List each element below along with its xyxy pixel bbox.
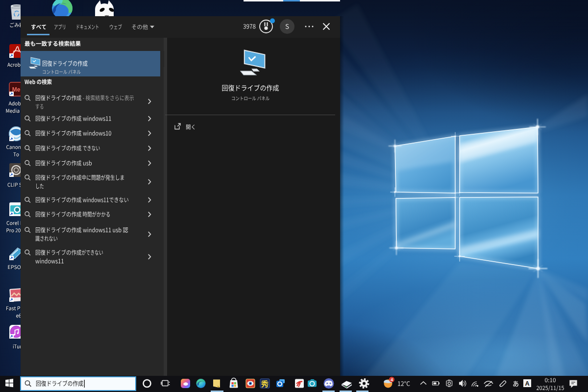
svg-text:4: 4 — [391, 377, 393, 382]
svg-text:A: A — [525, 380, 529, 387]
